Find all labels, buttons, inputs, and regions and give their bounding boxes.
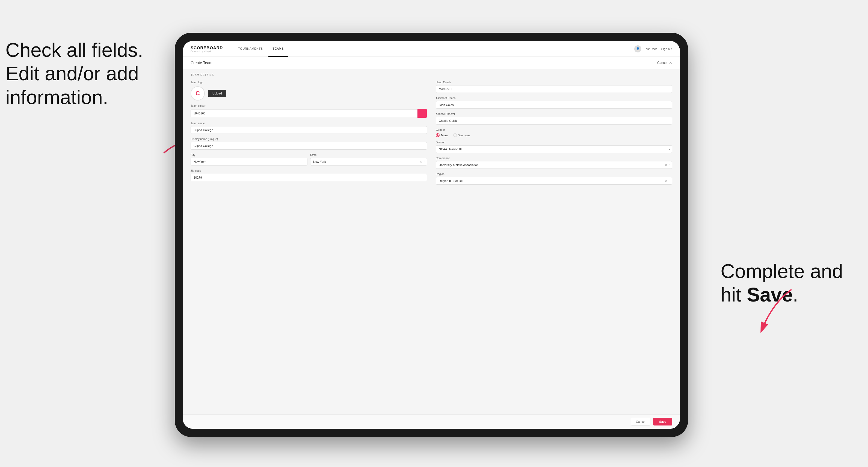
mens-radio-circle (436, 133, 440, 137)
state-clear-icon[interactable]: ✕ (420, 160, 422, 164)
state-input[interactable] (310, 158, 427, 165)
head-coach-label: Head Coach (436, 81, 672, 84)
assistant-coach-label: Assistant Coach (436, 97, 672, 100)
save-button[interactable]: Save (653, 418, 672, 426)
section-label: TEAM DETAILS (191, 73, 672, 76)
logo-letter: C (195, 90, 200, 97)
state-wrapper: ✕ ⌃ (310, 158, 427, 165)
display-name-label: Display name (unique) (191, 138, 427, 141)
assistant-coach-input[interactable] (436, 101, 672, 109)
region-actions: ✕ ⌃ (665, 179, 671, 183)
gender-mens-radio[interactable]: Mens (436, 133, 448, 137)
head-coach-field: Head Coach (436, 81, 672, 93)
conference-field: Conference ✕ ⌃ (436, 157, 672, 169)
powered-by: Powered by clippd (191, 50, 223, 53)
region-wrapper: ✕ ⌃ (436, 177, 672, 185)
conference-actions: ✕ ⌃ (665, 163, 671, 167)
mens-radio-dot (437, 134, 438, 136)
mens-label: Mens (441, 133, 448, 137)
region-chevron-icon[interactable]: ⌃ (669, 180, 671, 182)
display-name-input[interactable] (191, 142, 427, 150)
cancel-header-button[interactable]: Cancel ✕ (657, 61, 672, 65)
team-name-label: Team name (191, 122, 427, 125)
annotation-left: Check all fields. Edit and/or add inform… (5, 38, 158, 109)
user-avatar: 👤 (634, 45, 641, 53)
display-name-field: Display name (unique) (191, 138, 427, 150)
state-field: State ✕ ⌃ (310, 154, 427, 165)
assistant-coach-field: Assistant Coach (436, 97, 672, 109)
page-header: Create Team Cancel ✕ (183, 57, 680, 69)
conference-clear-icon[interactable]: ✕ (665, 163, 667, 167)
gender-row: Mens Womens (436, 133, 672, 137)
annotation-line5: hit (720, 284, 747, 306)
city-field: City (191, 154, 307, 165)
form-col-left: Team logo C Upload Team colour (191, 81, 427, 185)
region-field: Region ✕ ⌃ (436, 173, 672, 185)
region-label: Region (436, 173, 672, 176)
gender-field: Gender Mens Womens (436, 128, 672, 137)
zip-label: Zip code (191, 169, 427, 172)
sign-out-link[interactable]: Sign out (661, 47, 672, 51)
team-colour-field: Team colour (191, 104, 427, 118)
athletic-director-label: Athletic Director (436, 113, 672, 116)
division-label: Division (436, 141, 672, 144)
city-state-field: City State ✕ ⌃ (191, 154, 427, 165)
conference-wrapper: ✕ ⌃ (436, 161, 672, 169)
colour-input[interactable] (191, 110, 417, 117)
cancel-button[interactable]: Cancel (631, 418, 650, 426)
colour-swatch[interactable] (417, 109, 427, 118)
nav-teams[interactable]: TEAMS (269, 41, 288, 57)
tablet-screen: SCOREBOARD Powered by clippd TOURNAMENTS… (183, 41, 680, 429)
city-label: City (191, 154, 307, 156)
state-label: State (310, 154, 427, 156)
athletic-director-field: Athletic Director (436, 113, 672, 125)
city-state-row: City State ✕ ⌃ (191, 154, 427, 165)
arrow-right-icon (745, 287, 794, 336)
division-select[interactable]: NCAA Division III (436, 145, 672, 153)
conference-chevron-icon[interactable]: ⌃ (669, 164, 671, 166)
cancel-header-label: Cancel (657, 61, 667, 65)
team-name-field: Team name (191, 122, 427, 134)
zip-field: Zip code (191, 169, 427, 181)
division-field: Division NCAA Division III ▾ (436, 141, 672, 153)
team-name-input[interactable] (191, 126, 427, 134)
head-coach-input[interactable] (436, 85, 672, 93)
gender-womens-radio[interactable]: Womens (453, 133, 470, 137)
main-content: Create Team Cancel ✕ TEAM DETAILS Team l… (183, 57, 680, 414)
tablet-frame: SCOREBOARD Powered by clippd TOURNAMENTS… (175, 33, 688, 437)
navbar: SCOREBOARD Powered by clippd TOURNAMENTS… (183, 41, 680, 57)
form-col-right: Head Coach Assistant Coach Athletic Dire… (436, 81, 672, 185)
team-logo-circle: C (191, 86, 205, 100)
user-label: Test User | (644, 47, 658, 51)
brand: SCOREBOARD Powered by clippd (191, 45, 223, 53)
page-title: Create Team (191, 61, 212, 65)
annotation-line4: Complete and (720, 260, 843, 282)
city-input[interactable] (191, 158, 307, 165)
color-field-wrapper (191, 109, 427, 118)
upload-button[interactable]: Upload (208, 90, 226, 97)
region-input[interactable] (436, 177, 672, 185)
conference-label: Conference (436, 157, 672, 160)
logo-area: C Upload (191, 86, 427, 100)
conference-input[interactable] (436, 161, 672, 169)
zip-input[interactable] (191, 174, 427, 181)
team-logo-field: Team logo C Upload (191, 81, 427, 100)
brand-name: SCOREBOARD (191, 45, 223, 50)
navbar-user: 👤 Test User | Sign out (634, 45, 672, 53)
womens-radio-circle (453, 133, 457, 137)
form-footer: Cancel Save (183, 414, 680, 429)
form-section: TEAM DETAILS Team logo C Upload (183, 69, 680, 189)
navbar-nav: TOURNAMENTS TEAMS (234, 41, 634, 57)
state-chevron-icon[interactable]: ⌃ (423, 160, 425, 163)
close-icon: ✕ (669, 61, 672, 65)
athletic-director-input[interactable] (436, 117, 672, 125)
state-actions: ✕ ⌃ (420, 160, 425, 164)
annotation-line2: Edit and/or add (5, 63, 139, 84)
annotation-line1: Check all fields. (5, 39, 143, 61)
annotation-line3: information. (5, 86, 108, 108)
team-colour-label: Team colour (191, 104, 427, 107)
nav-tournaments[interactable]: TOURNAMENTS (234, 41, 267, 57)
form-grid: Team logo C Upload Team colour (191, 81, 672, 185)
womens-label: Womens (459, 133, 470, 137)
region-clear-icon[interactable]: ✕ (665, 179, 667, 183)
